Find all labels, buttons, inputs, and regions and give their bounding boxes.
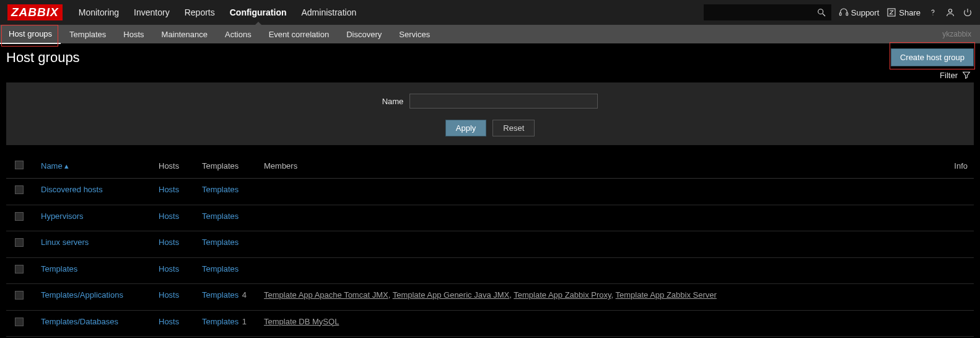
hostgroups-table: Name ▴ Hosts Templates Members Info Disc… [6,154,974,338]
templates-link[interactable]: Templates [202,211,238,221]
search-box[interactable] [704,4,831,20]
group-name-link[interactable]: Templates/Applications [41,290,123,300]
row-checkbox[interactable] [15,291,24,300]
hosts-link[interactable]: Hosts [159,185,179,194]
nav-inventory[interactable]: Inventory [126,0,177,25]
nav-monitoring[interactable]: Monitoring [71,0,126,25]
info-cell [930,257,974,284]
svg-line-1 [823,14,825,16]
nav-configuration[interactable]: Configuration [222,0,294,25]
nav-administration[interactable]: Administration [294,0,364,25]
subnav-templates[interactable]: Templates [61,25,115,43]
subnav-actions[interactable]: Actions [216,25,260,43]
svg-point-6 [948,9,952,12]
col-info: Info [930,154,974,179]
filter-buttons: Apply Reset [6,120,974,136]
info-cell [930,179,974,205]
subnav-discovery[interactable]: Discovery [338,25,390,43]
members-cell: Template DB MySQL [258,310,930,337]
share-z-icon [886,7,896,17]
row-checkbox[interactable] [15,212,24,221]
row-checkbox[interactable] [15,265,24,274]
page-title: Host groups [6,50,80,66]
share-link[interactable]: Share [886,7,921,17]
top-right: Support Share [704,4,973,20]
table-row: Linux serversHostsTemplates [6,231,974,258]
subnav-hosts[interactable]: Hosts [115,25,152,43]
templates-link[interactable]: Templates [202,290,238,300]
templates-link[interactable]: Templates [202,238,238,247]
nav-reports[interactable]: Reports [177,0,222,25]
svg-rect-2 [839,13,841,16]
group-name-link[interactable]: Templates/Databases [41,317,118,326]
svg-point-5 [932,14,933,15]
sub-nav: Host groupsTemplatesHostsMaintenanceActi… [0,25,980,43]
templates-count: 1 [240,317,247,326]
hosts-link[interactable]: Hosts [159,238,179,247]
info-cell [930,284,974,311]
members-cell: Template App Apache Tomcat JMX, Template… [258,284,930,311]
member-link[interactable]: Template App Zabbix Proxy [514,290,611,300]
help-icon[interactable] [928,7,938,17]
logo[interactable]: ZABBIX [7,4,63,20]
svg-rect-3 [846,13,848,16]
power-icon[interactable] [963,7,973,17]
col-members: Members [258,154,930,179]
filter-tab-row: Filter [0,69,980,80]
hosts-link[interactable]: Hosts [159,211,179,221]
table-row: Templates/ApplicationsHostsTemplates 4Te… [6,284,974,311]
member-link[interactable]: Template DB MySQL [264,317,339,326]
filter-toggle[interactable]: Filter [940,70,971,80]
subnav-event-correlation[interactable]: Event correlation [260,25,338,43]
subnav-host-groups[interactable]: Host groups [0,24,61,44]
support-link[interactable]: Support [839,7,880,17]
member-link[interactable]: Template App Apache Tomcat JMX [264,290,388,300]
info-cell [930,205,974,231]
filter-name-input[interactable] [409,94,598,109]
main-nav: MonitoringInventoryReportsConfigurationA… [71,0,364,25]
members-cell [258,205,930,231]
headset-icon [839,7,849,17]
members-cell [258,257,930,284]
group-name-link[interactable]: Discovered hosts [41,185,103,194]
filter-icon [961,70,971,80]
reset-button[interactable]: Reset [492,120,535,136]
member-link[interactable]: Template App Generic Java JMX [393,290,510,300]
user-icon[interactable] [945,7,955,17]
group-name-link[interactable]: Templates [41,264,77,274]
support-label: Support [851,8,880,17]
templates-link[interactable]: Templates [202,185,238,194]
filter-name-label: Name [382,97,404,106]
col-hosts: Hosts [152,154,196,179]
top-bar: ZABBIX MonitoringInventoryReportsConfigu… [0,0,980,25]
table-row: Templates/DatabasesHostsTemplates 1Templ… [6,310,974,337]
hosts-link[interactable]: Hosts [159,264,179,274]
row-checkbox[interactable] [15,318,24,326]
hosts-link[interactable]: Hosts [159,317,179,326]
svg-point-0 [818,9,823,14]
row-checkbox[interactable] [15,185,24,194]
page-header: Host groups Create host group [0,43,980,69]
col-templates: Templates [196,154,258,179]
member-link[interactable]: Template App Zabbix Server [616,290,717,300]
hosts-link[interactable]: Hosts [159,290,179,300]
row-checkbox[interactable] [15,238,24,247]
search-icon[interactable] [816,7,826,17]
group-name-link[interactable]: Linux servers [41,238,89,247]
templates-link[interactable]: Templates [202,264,238,274]
group-name-link[interactable]: Hypervisors [41,211,84,221]
info-cell [930,310,974,337]
filter-label-text: Filter [940,71,958,80]
col-name-sort[interactable]: Name ▴ [41,161,69,171]
subnav-services[interactable]: Services [390,25,439,43]
subnav-maintenance[interactable]: Maintenance [153,25,216,43]
share-label: Share [899,8,921,17]
table-wrap: Name ▴ Hosts Templates Members Info Disc… [6,154,974,338]
apply-button[interactable]: Apply [445,120,487,136]
members-cell [258,179,930,205]
filter-panel: Name Apply Reset [6,82,974,145]
select-all-checkbox[interactable] [15,161,24,169]
members-cell [258,231,930,258]
templates-link[interactable]: Templates [202,317,238,326]
create-host-group-button[interactable]: Create host group [891,48,974,66]
